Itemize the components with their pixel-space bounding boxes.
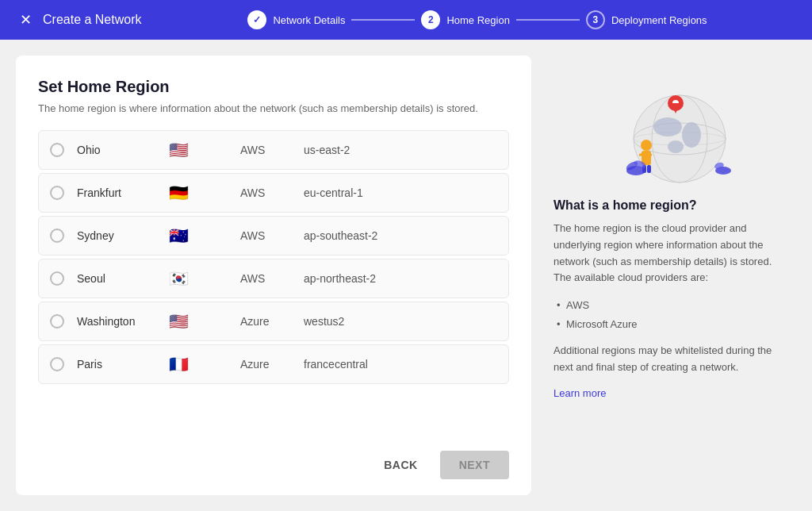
step-3-label: Deployment Regions xyxy=(611,14,707,26)
step-1: ✓ Network Details xyxy=(247,10,345,29)
region-name-0: Ohio xyxy=(77,144,164,156)
next-button[interactable]: NEXT xyxy=(440,451,509,479)
region-radio-5[interactable] xyxy=(50,357,64,371)
region-radio-1[interactable] xyxy=(50,186,64,200)
region-radio-2[interactable] xyxy=(50,229,64,243)
close-button[interactable]: ✕ xyxy=(16,10,35,29)
svg-point-10 xyxy=(641,140,652,151)
panel-title: Set Home Region xyxy=(38,78,509,96)
region-radio-3[interactable] xyxy=(50,271,64,286)
step-2-circle: 2 xyxy=(421,10,440,29)
region-flag-0: 🇺🇸 xyxy=(164,140,193,159)
region-id-5: francecentral xyxy=(304,358,368,371)
panel-subtitle: The home region is where information abo… xyxy=(38,102,509,114)
header-left: ✕ Create a Network xyxy=(16,10,159,29)
step-3-circle: 3 xyxy=(586,10,605,29)
info-text: The home region is the cloud provider an… xyxy=(553,221,790,286)
step-1-circle: ✓ xyxy=(247,10,266,29)
back-button[interactable]: BACK xyxy=(371,451,430,479)
info-card: What is a home region? The home region i… xyxy=(547,198,796,400)
step-2-label: Home Region xyxy=(446,14,510,26)
info-title: What is a home region? xyxy=(553,198,790,213)
step-1-label: Network Details xyxy=(273,14,345,26)
svg-point-6 xyxy=(668,140,684,153)
provider-list-item: Microsoft Azure xyxy=(553,315,790,333)
step-connector-2 xyxy=(516,19,580,21)
illustration xyxy=(547,56,796,198)
learn-more-link[interactable]: Learn more xyxy=(553,387,606,399)
region-radio-4[interactable] xyxy=(50,314,64,328)
app-header: ✕ Create a Network ✓ Network Details 2 H… xyxy=(0,0,812,40)
region-id-2: ap-southeast-2 xyxy=(304,229,377,242)
region-list: Ohio 🇺🇸 AWS us-east-2 Frankfurt 🇩🇪 AWS e… xyxy=(38,130,509,438)
region-name-3: Seoul xyxy=(77,272,164,285)
region-flag-3: 🇰🇷 xyxy=(164,269,193,288)
stepper: ✓ Network Details 2 Home Region 3 Deploy… xyxy=(159,10,796,29)
region-id-4: westus2 xyxy=(304,315,344,328)
step-3: 3 Deployment Regions xyxy=(586,10,707,29)
region-provider-0: AWS xyxy=(240,144,304,156)
button-row: BACK NEXT xyxy=(38,451,509,479)
region-flag-4: 🇺🇸 xyxy=(164,312,193,331)
region-provider-1: AWS xyxy=(240,186,304,199)
region-name-2: Sydney xyxy=(77,229,164,242)
svg-point-4 xyxy=(653,117,682,136)
region-provider-4: Azure xyxy=(240,315,304,328)
region-row[interactable]: Paris 🇫🇷 Azure francecentral xyxy=(38,344,509,384)
main-content: Set Home Region The home region is where… xyxy=(0,40,812,511)
providers-list: AWSMicrosoft Azure xyxy=(553,296,790,333)
region-provider-3: AWS xyxy=(240,272,304,285)
region-name-5: Paris xyxy=(77,358,164,371)
step-2: 2 Home Region xyxy=(421,10,510,29)
svg-rect-15 xyxy=(647,165,651,173)
region-id-3: ap-northeast-2 xyxy=(304,272,376,285)
region-id-1: eu-central-1 xyxy=(304,186,363,199)
left-panel: Set Home Region The home region is where… xyxy=(16,56,531,495)
region-id-0: us-east-2 xyxy=(304,144,350,156)
region-flag-2: 🇦🇺 xyxy=(164,226,193,245)
page-title: Create a Network xyxy=(43,13,142,27)
region-row[interactable]: Sydney 🇦🇺 AWS ap-southeast-2 xyxy=(38,216,509,256)
step-connector-1 xyxy=(351,19,415,21)
region-row[interactable]: Frankfurt 🇩🇪 AWS eu-central-1 xyxy=(38,173,509,213)
region-row[interactable]: Seoul 🇰🇷 AWS ap-northeast-2 xyxy=(38,259,509,298)
region-provider-5: Azure xyxy=(240,358,304,371)
additional-text: Additional regions may be whitelisted du… xyxy=(553,343,790,376)
region-row[interactable]: Ohio 🇺🇸 AWS us-east-2 xyxy=(38,130,509,170)
svg-point-5 xyxy=(682,122,701,148)
region-radio-0[interactable] xyxy=(50,143,64,157)
region-row[interactable]: Washington 🇺🇸 Azure westus2 xyxy=(38,302,509,341)
region-provider-2: AWS xyxy=(240,229,304,242)
provider-list-item: AWS xyxy=(553,296,790,314)
region-flag-1: 🇩🇪 xyxy=(164,183,193,202)
region-name-1: Frankfurt xyxy=(77,186,164,199)
region-name-4: Washington xyxy=(77,315,164,328)
right-panel: What is a home region? The home region i… xyxy=(547,56,796,495)
region-flag-5: 🇫🇷 xyxy=(164,355,193,374)
